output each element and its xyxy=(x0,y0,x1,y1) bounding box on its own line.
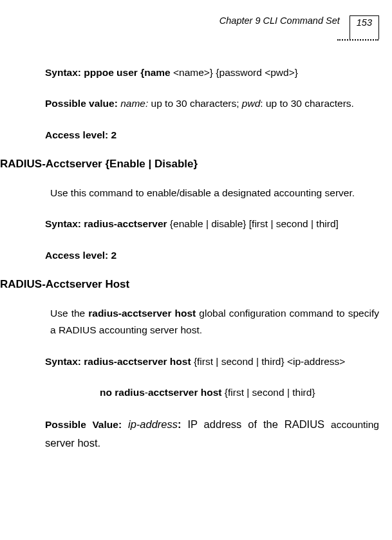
section-heading-host: RADIUS-Acctserver Host xyxy=(0,278,379,291)
pv-name-rest: up to 30 characters; xyxy=(148,98,242,109)
desc-bold: radius-acctserver host xyxy=(88,308,196,319)
access-level-line: Access level: 2 xyxy=(45,247,379,264)
syntax-label: Syntax: radius-acctserver xyxy=(45,218,167,229)
header-chapter: Chapter 9 CLI Command Set xyxy=(219,15,340,26)
pv-name: name: xyxy=(118,98,148,109)
syntax-label: Syntax: radius-acctserver host xyxy=(45,356,191,367)
possible-value-line: Possible value: name: up to 30 character… xyxy=(45,95,379,112)
syntax-line: Syntax: pppoe user {name <name>} {passwo… xyxy=(45,64,379,81)
syntax-label: Syntax: pppoe user {name xyxy=(45,67,171,78)
pv-rest: IP address of the RADIUS xyxy=(182,418,331,430)
syntax-text: {enable | disable} [first | second | thi… xyxy=(167,218,339,229)
syntax-text: <name>} {password <pwd>} xyxy=(171,67,298,78)
page-content: Syntax: pppoe user {name <name>} {passwo… xyxy=(0,64,379,452)
no-command-line: no radius-acctserver host {first | secon… xyxy=(100,384,379,401)
pv-label: Possible Value: xyxy=(45,419,122,430)
pv-acc: accounting xyxy=(331,419,379,430)
description-text: Use the radius-acctserver host global co… xyxy=(50,305,379,339)
desc-pre: Use the xyxy=(50,308,88,319)
page-number: 153 xyxy=(350,15,379,39)
pv-server: server host. xyxy=(45,437,100,449)
access-level-line: Access level: 2 xyxy=(45,127,379,144)
pv-pwd-rest: : up to 30 characters. xyxy=(260,98,354,109)
possible-value-line: Possible Value: ip-address: IP address o… xyxy=(45,415,379,451)
access-level: Access level: 2 xyxy=(45,129,117,140)
no-cmd-rest: {first | second | third} xyxy=(222,387,315,398)
no-cmd-bold2: acctserver host xyxy=(148,387,222,398)
pv-pwd: pwd xyxy=(242,98,260,109)
page-header: Chapter 9 CLI Command Set 153 xyxy=(219,15,379,39)
access-level: Access level: 2 xyxy=(45,250,117,261)
description-text: Use this command to enable/disable a des… xyxy=(50,185,379,201)
syntax-text: {first | second | third} <ip-address> xyxy=(191,356,346,367)
pv-ip-italic: ip-address xyxy=(122,418,178,430)
syntax-line: Syntax: radius-acctserver {enable | disa… xyxy=(45,216,379,232)
section-heading-enable-disable: RADIUS-Acctserver {Enable | Disable} xyxy=(0,158,379,171)
syntax-line: Syntax: radius-acctserver host {first | … xyxy=(45,353,379,370)
no-cmd-bold: no radius xyxy=(100,387,145,398)
pv-label: Possible value: xyxy=(45,98,118,109)
